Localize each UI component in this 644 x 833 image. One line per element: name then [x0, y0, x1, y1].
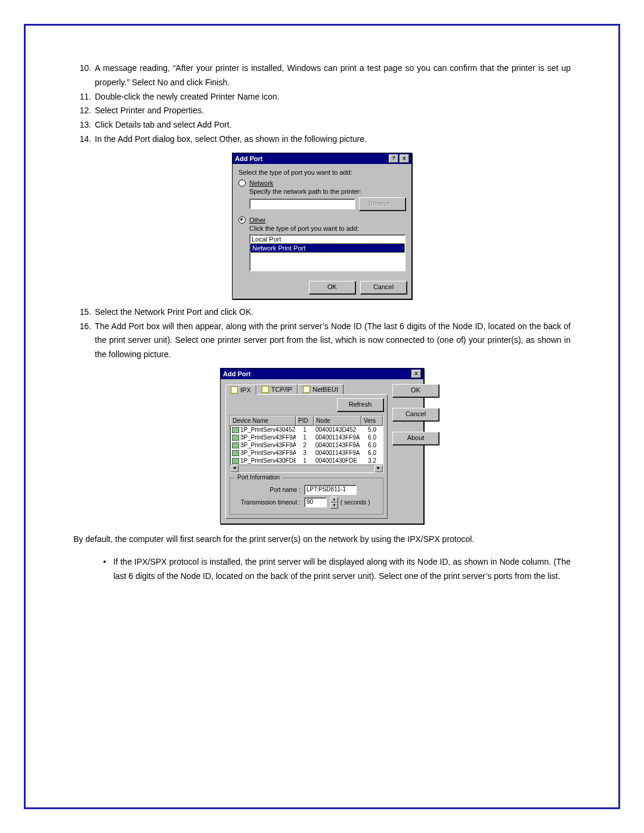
- radio-network-label: Network: [249, 179, 273, 187]
- table-row[interactable]: 3P_PrintServ43FF9A 3 004001143FF9A 6.0: [230, 449, 383, 457]
- col-node: Node: [314, 416, 361, 426]
- bullet-list: • If the IPX/SPX protocol is installed, …: [103, 555, 571, 584]
- network-path-input[interactable]: [249, 199, 355, 209]
- step-16: 16. The Add Port box will then appear, a…: [73, 320, 571, 362]
- cancel-button[interactable]: Cancel: [392, 408, 439, 421]
- dialog-title: Add Port: [235, 155, 262, 162]
- add-port-dialog-2: Add Port x IPX TCP/IP: [220, 368, 424, 524]
- device-icon: [232, 442, 239, 448]
- protocol-tabs: IPX TCP/IP NetBEUI: [225, 384, 388, 394]
- cancel-button[interactable]: Cancel: [360, 281, 407, 294]
- bullet-item: • If the IPX/SPX protocol is installed, …: [103, 555, 571, 584]
- help-icon[interactable]: ?: [389, 154, 398, 163]
- port-type-list[interactable]: Local Port Network Print Port: [249, 234, 405, 271]
- dialog-title: Add Port: [223, 370, 250, 377]
- step-14: 14. In the Add Port dialog box, select O…: [73, 132, 571, 147]
- network-hint: Specify the network path to the printer:: [249, 188, 405, 195]
- radio-icon[interactable]: [239, 179, 246, 187]
- portname-label: Port name :: [235, 487, 301, 493]
- tab-icon: [231, 386, 238, 394]
- step-15: 15. Select the Network Print Port and cl…: [73, 305, 571, 320]
- ok-button[interactable]: OK: [392, 384, 439, 397]
- spin-down-icon[interactable]: ▼: [330, 503, 338, 509]
- timeout-unit: ( seconds ): [340, 499, 370, 506]
- tab-netbeui[interactable]: NetBEUI: [298, 384, 343, 394]
- col-vers: Vers: [361, 416, 383, 426]
- device-icon: [232, 450, 239, 456]
- ok-button[interactable]: OK: [309, 281, 355, 294]
- scroll-left-icon[interactable]: ◄: [230, 465, 239, 472]
- dialog-prompt: Select the type of port you want to add:: [239, 169, 405, 176]
- dialog-titlebar: Add Port x: [221, 368, 423, 379]
- close-icon[interactable]: x: [400, 154, 409, 163]
- table-row[interactable]: 1P_PrintServ430FDE 1 004001430FDE 3.2: [230, 457, 383, 465]
- step-12: 12. Select Printer and Properties.: [73, 104, 571, 118]
- radio-network[interactable]: Network: [239, 179, 405, 187]
- timeout-input[interactable]: 90: [304, 497, 327, 507]
- about-button[interactable]: About: [392, 432, 439, 445]
- timeout-spinner[interactable]: ▲ ▼: [330, 497, 337, 509]
- timeout-label: Transmission timeout :: [235, 499, 301, 506]
- spin-up-icon[interactable]: ▲: [330, 497, 338, 503]
- radio-other-label: Other: [249, 216, 266, 224]
- device-icon: [232, 435, 239, 441]
- close-icon[interactable]: x: [411, 370, 421, 378]
- other-hint: Click the type of port you want to add:: [249, 225, 405, 232]
- portname-input[interactable]: LPT:PSD811-1: [304, 485, 357, 495]
- refresh-button[interactable]: Refresh: [337, 398, 383, 411]
- list-item[interactable]: Network Print Port: [250, 243, 405, 253]
- paragraph-default-search: By default, the computer will first sear…: [73, 532, 571, 547]
- table-row[interactable]: 1P_PrintServ430452 1 00400143D452 5.0: [230, 426, 383, 433]
- bullet-icon: •: [103, 555, 106, 584]
- tab-label: NetBEUI: [312, 386, 338, 393]
- tab-ipx[interactable]: IPX: [225, 385, 256, 395]
- print-server-grid[interactable]: Device Name PID Node Vers 1P_PrintServ43…: [230, 415, 383, 473]
- tab-tcpip[interactable]: TCP/IP: [256, 384, 298, 394]
- tab-label: TCP/IP: [271, 386, 292, 393]
- scroll-right-icon[interactable]: ►: [374, 465, 383, 472]
- device-icon: [232, 427, 239, 433]
- port-information-group: Port Information Port name : LPT:PSD811-…: [230, 478, 383, 515]
- col-device-name: Device Name: [230, 416, 296, 426]
- device-icon: [232, 458, 239, 464]
- dialog-titlebar: Add Port ? x: [233, 153, 411, 164]
- table-row[interactable]: 3P_PrintServ43FF9A 2 004001143FF9A 6.0: [230, 441, 383, 449]
- list-item[interactable]: Local Port: [250, 235, 405, 243]
- browse-button[interactable]: Browse...: [359, 197, 405, 210]
- bullet-text: If the IPX/SPX protocol is installed, th…: [113, 555, 571, 584]
- horizontal-scrollbar[interactable]: ◄ ►: [230, 465, 383, 472]
- tab-icon: [303, 386, 310, 393]
- col-pid: PID: [296, 416, 314, 426]
- step-11: 11. Double-click the newly created Print…: [73, 90, 571, 104]
- tab-panel: Refresh Device Name PID Node Vers 1P_Pri…: [225, 394, 388, 519]
- step-10: 10. A message reading, “After your print…: [73, 61, 571, 90]
- radio-icon[interactable]: [239, 216, 246, 224]
- table-row[interactable]: 3P_PrintServ43FF9A 1 004001143FF9A 6.0: [230, 433, 383, 441]
- steps-15-16: 15. Select the Network Print Port and cl…: [73, 305, 571, 362]
- steps-10-14: 10. A message reading, “After your print…: [73, 61, 571, 147]
- add-port-dialog-1: Add Port ? x Select the type of port you…: [232, 153, 412, 299]
- step-13: 13. Click Details tab and select Add Por…: [73, 118, 571, 132]
- grid-header: Device Name PID Node Vers: [230, 416, 383, 426]
- radio-other[interactable]: Other: [239, 216, 405, 224]
- tab-icon: [262, 386, 269, 393]
- group-legend: Port Information: [235, 474, 282, 481]
- tab-label: IPX: [240, 386, 251, 394]
